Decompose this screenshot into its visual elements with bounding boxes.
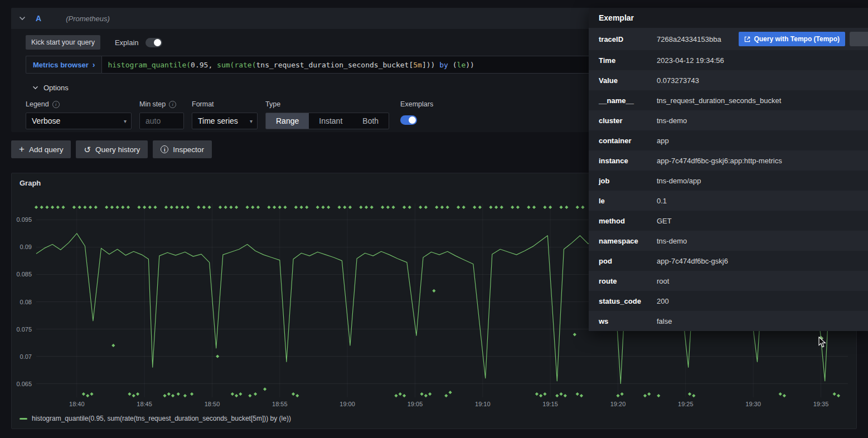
exemplar-value: tns-demo <box>657 116 687 125</box>
exemplars-label: Exemplars <box>400 100 433 108</box>
chevron-down-icon: ▾ <box>250 118 253 124</box>
clipped-edge-button[interactable] <box>850 32 868 46</box>
exemplar-key: traceID <box>599 35 657 43</box>
exemplars-toggle[interactable] <box>400 115 417 125</box>
legend-label: Legend <box>26 100 49 108</box>
inspector-button[interactable]: i Inspector <box>153 140 212 158</box>
type-option-instant[interactable]: Instant <box>309 113 352 129</box>
svg-text:0.09: 0.09 <box>20 244 32 250</box>
options-section-toggle[interactable]: Options <box>26 81 69 94</box>
min-step-input[interactable] <box>139 113 184 129</box>
format-select[interactable]: Time series ▾ <box>192 113 258 129</box>
exemplar-row-__name__: __name__tns_request_duration_seconds_buc… <box>589 90 868 110</box>
exemplar-row-method: methodGET <box>589 211 868 231</box>
exemplar-row-route: routeroot <box>589 271 868 291</box>
toggle-knob <box>154 39 161 46</box>
exemplar-row-container: containerapp <box>589 130 868 150</box>
legend-field: Legend i Verbose ▾ <box>26 98 132 129</box>
add-query-button[interactable]: + Add query <box>11 140 71 158</box>
exemplar-key: instance <box>599 157 657 165</box>
query-token: ( <box>453 61 457 69</box>
type-option-range[interactable]: Range <box>266 113 309 129</box>
query-with-tempo-button[interactable]: Query with Tempo (Tempo) <box>739 32 845 46</box>
explain-toggle[interactable] <box>146 38 162 47</box>
query-expression: histogram_quantile(0.95, sum(rate(tns_re… <box>108 61 474 69</box>
series-color-mark[interactable] <box>20 418 27 420</box>
exemplar-value: tns-demo/app <box>657 177 701 185</box>
datasource-name: (Prometheus) <box>66 14 110 23</box>
exemplar-row-namespace: namespacetns-demo <box>589 231 868 251</box>
series-legend[interactable]: histogram_quantile(0.95, sum(rate(tns_re… <box>12 413 856 422</box>
exemplar-key: job <box>599 177 657 185</box>
exemplar-value: 0.1 <box>657 197 667 205</box>
query-token: 5m <box>413 61 422 69</box>
query-history-label: Query history <box>95 145 140 154</box>
chevron-down-icon: ▾ <box>124 118 127 124</box>
query-token: histogram_quantile( <box>108 61 191 69</box>
exemplar-row-status_code: status_code200 <box>589 291 868 311</box>
exemplar-row-Time: Time2023-04-12 19:34:56 <box>589 50 868 70</box>
type-button-group: RangeInstantBoth <box>265 113 389 129</box>
metrics-browser-button[interactable]: Metrics browser › <box>26 56 101 74</box>
collapse-chevron-icon[interactable] <box>19 14 27 22</box>
exemplar-value: tns_request_duration_seconds_bucket <box>657 96 781 105</box>
svg-text:19:05: 19:05 <box>408 401 423 407</box>
exemplar-tooltip-panel: Exemplar traceID7268a24334153bbaQuery wi… <box>589 8 868 331</box>
exemplar-key: ws <box>599 317 657 325</box>
kick-start-query-button[interactable]: Kick start your query <box>26 35 100 50</box>
svg-text:0.065: 0.065 <box>16 381 32 387</box>
exemplar-value: 200 <box>657 297 669 305</box>
query-token: by <box>435 61 452 69</box>
type-option-both[interactable]: Both <box>352 113 389 129</box>
query-token: tns_request_duration_seconds_bucket <box>256 61 409 69</box>
info-icon: i <box>52 101 60 108</box>
query-token: )) <box>465 61 474 69</box>
add-query-label: Add query <box>29 145 64 154</box>
type-label: Type <box>265 100 280 108</box>
svg-text:0.08: 0.08 <box>20 299 32 305</box>
format-field: Format Time series ▾ <box>192 98 258 129</box>
svg-text:19:10: 19:10 <box>475 401 491 407</box>
exemplar-value: app-7c474df6bc-gskj6 <box>657 257 728 265</box>
exemplar-key: pod <box>599 257 657 265</box>
info-circle-icon: i <box>161 145 168 153</box>
external-link-icon <box>744 36 750 42</box>
exemplar-key: container <box>599 137 657 145</box>
svg-text:18:55: 18:55 <box>272 401 288 407</box>
plus-icon: + <box>19 144 25 154</box>
svg-text:19:35: 19:35 <box>813 401 829 407</box>
query-token: )) <box>426 61 435 69</box>
exemplars-field: Exemplars <box>400 98 433 126</box>
query-ref-id[interactable]: A <box>36 14 41 23</box>
exemplar-value: app-7c474df6bc-gskj6:app:http-metrics <box>657 157 782 165</box>
exemplar-key: method <box>599 217 657 225</box>
query-token: , <box>208 61 217 69</box>
query-token: rate( <box>234 61 256 69</box>
query-history-button[interactable]: ↺ Query history <box>76 140 148 158</box>
options-header-label: Options <box>43 84 69 92</box>
tempo-button-label: Query with Tempo (Tempo) <box>754 35 840 43</box>
exemplar-key: le <box>599 197 657 205</box>
svg-text:19:20: 19:20 <box>610 401 626 407</box>
svg-text:19:00: 19:00 <box>340 401 355 407</box>
exemplar-value: 0.073273743 <box>657 76 699 85</box>
svg-text:18:50: 18:50 <box>205 401 220 407</box>
history-icon: ↺ <box>84 145 91 154</box>
exemplar-value: false <box>657 317 672 325</box>
info-icon: i <box>169 101 176 108</box>
format-label: Format <box>192 100 214 108</box>
legend-select[interactable]: Verbose ▾ <box>26 113 132 129</box>
toggle-knob <box>409 116 416 124</box>
exemplar-row-job: jobtns-demo/app <box>589 171 868 191</box>
legend-select-value: Verbose <box>32 116 60 125</box>
exemplar-row-Value: Value0.073273743 <box>589 70 868 90</box>
exemplar-value: GET <box>657 217 672 225</box>
exemplar-key: status_code <box>599 297 657 305</box>
query-token: le <box>457 61 466 69</box>
svg-text:0.095: 0.095 <box>16 216 32 223</box>
format-select-value: Time series <box>198 116 238 125</box>
exemplar-key: Time <box>599 56 657 65</box>
svg-text:18:45: 18:45 <box>137 401 152 407</box>
chevron-down-icon <box>32 86 38 90</box>
exemplar-value: 7268a24334153bba <box>657 35 721 43</box>
